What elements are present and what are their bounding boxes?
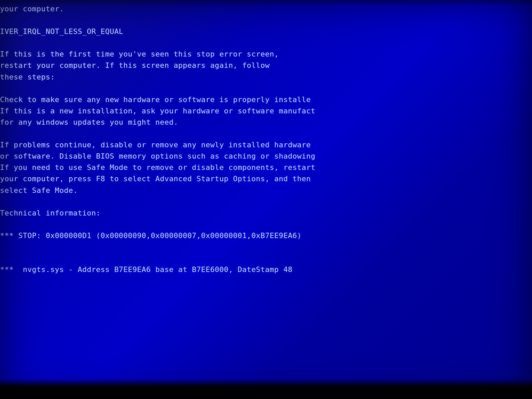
top-fade — [0, 0, 532, 7]
bsod-content: your computer. IVER_IRQL_NOT_LESS_OR_EQU… — [0, 0, 532, 399]
bsod-text: your computer. IVER_IRQL_NOT_LESS_OR_EQU… — [0, 3, 525, 275]
bsod-screen: your computer. IVER_IRQL_NOT_LESS_OR_EQU… — [0, 0, 532, 399]
bottom-bar — [0, 379, 532, 399]
